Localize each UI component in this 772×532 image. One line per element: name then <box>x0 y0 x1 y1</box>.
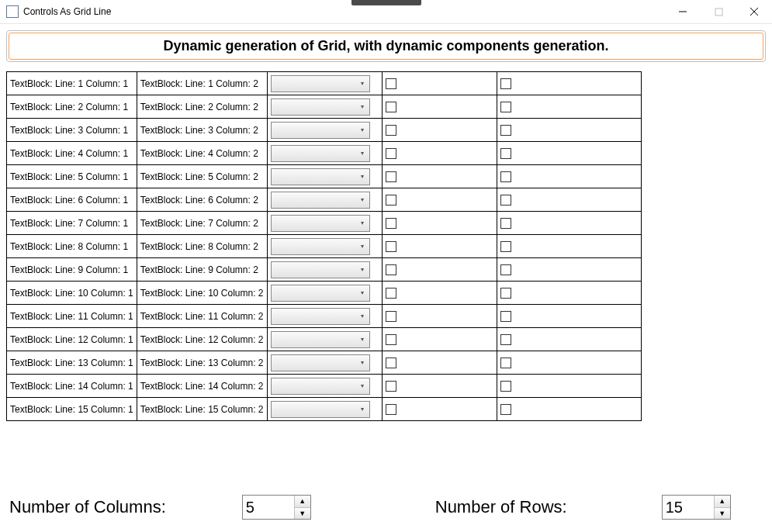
checkbox[interactable] <box>500 381 511 392</box>
checkbox[interactable] <box>500 218 511 229</box>
checkbox[interactable] <box>386 171 396 182</box>
cell-checkbox <box>497 398 641 421</box>
chevron-down-icon: ▾ <box>357 173 368 180</box>
chevron-down-icon: ▾ <box>357 219 368 226</box>
checkbox[interactable] <box>500 358 511 368</box>
cell-text-col2: TextBlock: Line: 9 Column: 2 <box>137 258 267 282</box>
combobox[interactable]: ▾ <box>271 122 370 139</box>
cell-text-col1: TextBlock: Line: 14 Column: 1 <box>7 375 137 398</box>
chevron-down-icon: ▾ <box>357 336 368 343</box>
checkbox[interactable] <box>386 148 396 159</box>
checkbox[interactable] <box>386 241 396 252</box>
checkbox[interactable] <box>386 102 396 112</box>
checkbox[interactable] <box>386 125 396 136</box>
checkbox[interactable] <box>386 334 396 345</box>
cell-checkbox <box>382 119 497 142</box>
table-row: TextBlock: Line: 14 Column: 1TextBlock: … <box>7 375 642 398</box>
cell-combo: ▾ <box>267 282 382 305</box>
rows-spin-down[interactable]: ▼ <box>715 508 730 520</box>
grid-container: TextBlock: Line: 1 Column: 1TextBlock: L… <box>6 71 766 481</box>
cell-text-col1: TextBlock: Line: 11 Column: 1 <box>7 305 137 328</box>
checkbox[interactable] <box>500 102 511 112</box>
combobox[interactable]: ▾ <box>271 331 370 348</box>
combobox[interactable]: ▾ <box>271 354 370 371</box>
columns-spin-up[interactable]: ▲ <box>295 496 310 508</box>
columns-input[interactable] <box>243 496 294 519</box>
cell-checkbox <box>497 375 641 398</box>
checkbox[interactable] <box>500 311 511 322</box>
cell-checkbox <box>497 328 641 351</box>
checkbox[interactable] <box>386 264 396 275</box>
chevron-down-icon: ▾ <box>357 289 368 296</box>
cell-checkbox <box>497 72 641 95</box>
checkbox[interactable] <box>386 218 396 229</box>
cell-text-col1: TextBlock: Line: 5 Column: 1 <box>7 165 137 188</box>
chevron-down-icon: ▾ <box>357 313 368 320</box>
data-grid: TextBlock: Line: 1 Column: 1TextBlock: L… <box>6 71 642 421</box>
chevron-down-icon: ▾ <box>357 103 368 110</box>
cell-text-col2: TextBlock: Line: 8 Column: 2 <box>137 235 267 258</box>
checkbox[interactable] <box>500 334 511 345</box>
combobox[interactable]: ▾ <box>271 192 370 209</box>
table-row: TextBlock: Line: 10 Column: 1TextBlock: … <box>7 282 642 305</box>
checkbox[interactable] <box>386 195 396 206</box>
cell-checkbox <box>382 95 497 119</box>
cell-text-col1: TextBlock: Line: 9 Column: 1 <box>7 258 137 282</box>
minimize-button[interactable] <box>665 0 701 23</box>
checkbox[interactable] <box>386 78 396 89</box>
cell-combo: ▾ <box>267 142 382 165</box>
cell-combo: ▾ <box>267 72 382 95</box>
window-grip[interactable] <box>351 0 421 5</box>
cell-checkbox <box>497 351 641 375</box>
checkbox[interactable] <box>386 358 396 368</box>
checkbox[interactable] <box>500 171 511 182</box>
cell-text-col2: TextBlock: Line: 12 Column: 2 <box>137 328 267 351</box>
table-row: TextBlock: Line: 7 Column: 1TextBlock: L… <box>7 212 642 235</box>
combobox[interactable]: ▾ <box>271 378 370 395</box>
combobox[interactable]: ▾ <box>271 285 370 302</box>
table-row: TextBlock: Line: 2 Column: 1TextBlock: L… <box>7 95 642 119</box>
table-row: TextBlock: Line: 5 Column: 1TextBlock: L… <box>7 165 642 188</box>
combobox[interactable]: ▾ <box>271 168 370 185</box>
checkbox[interactable] <box>500 404 511 415</box>
combobox[interactable]: ▾ <box>271 401 370 418</box>
checkbox[interactable] <box>500 288 511 299</box>
cell-checkbox <box>382 142 497 165</box>
close-button[interactable] <box>736 0 772 23</box>
cell-checkbox <box>497 95 641 119</box>
checkbox[interactable] <box>500 264 511 275</box>
cell-combo: ▾ <box>267 258 382 282</box>
columns-spinner[interactable]: ▲ ▼ <box>242 495 311 520</box>
cell-text-col1: TextBlock: Line: 4 Column: 1 <box>7 142 137 165</box>
cell-combo: ▾ <box>267 235 382 258</box>
cell-combo: ▾ <box>267 305 382 328</box>
combobox[interactable]: ▾ <box>271 308 370 325</box>
checkbox[interactable] <box>386 381 396 392</box>
checkbox[interactable] <box>386 311 396 322</box>
rows-input[interactable] <box>663 496 714 519</box>
columns-spin-down[interactable]: ▼ <box>295 508 310 520</box>
grid-scroll[interactable]: TextBlock: Line: 1 Column: 1TextBlock: L… <box>6 71 766 481</box>
rows-spin-up[interactable]: ▲ <box>715 496 730 508</box>
combobox[interactable]: ▾ <box>271 75 370 92</box>
checkbox[interactable] <box>500 241 511 252</box>
cell-combo: ▾ <box>267 212 382 235</box>
combobox[interactable]: ▾ <box>271 238 370 255</box>
chevron-down-icon: ▾ <box>357 266 368 273</box>
checkbox[interactable] <box>386 288 396 299</box>
maximize-button[interactable] <box>701 0 736 23</box>
checkbox[interactable] <box>500 195 511 206</box>
header-panel: Dynamic generation of Grid, with dynamic… <box>6 30 766 62</box>
checkbox[interactable] <box>386 404 396 415</box>
cell-checkbox <box>497 212 641 235</box>
checkbox[interactable] <box>500 148 511 159</box>
checkbox[interactable] <box>500 125 511 136</box>
checkbox[interactable] <box>500 78 511 89</box>
combobox[interactable]: ▾ <box>271 261 370 278</box>
cell-combo: ▾ <box>267 398 382 421</box>
combobox[interactable]: ▾ <box>271 215 370 232</box>
cell-text-col1: TextBlock: Line: 10 Column: 1 <box>7 282 137 305</box>
rows-spinner[interactable]: ▲ ▼ <box>662 495 731 520</box>
combobox[interactable]: ▾ <box>271 145 370 162</box>
combobox[interactable]: ▾ <box>271 98 370 116</box>
